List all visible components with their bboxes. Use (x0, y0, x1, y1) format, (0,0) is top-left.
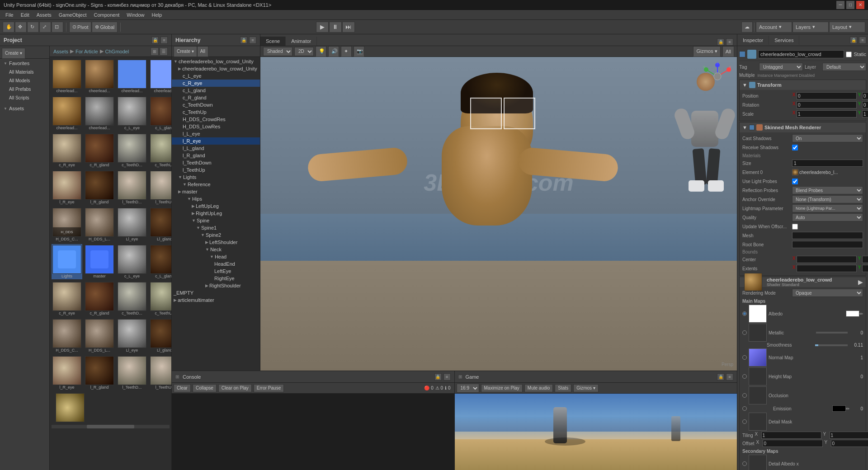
albedo-radio[interactable] (742, 311, 747, 316)
quality-dropdown[interactable]: Auto (792, 213, 863, 221)
skinned-mesh-header[interactable]: ▼ Skinned Mesh Renderer (740, 122, 866, 132)
play-button[interactable]: ▶ (316, 22, 329, 33)
menu-gameobject[interactable]: GameObject (55, 11, 90, 19)
aspect-ratio-dropdown[interactable]: 16:9 (457, 384, 479, 393)
global-button[interactable]: ⊕ Global (92, 22, 118, 33)
scrollbar-thumb[interactable] (87, 425, 134, 428)
move-tool[interactable]: ✥ (15, 22, 27, 33)
asset-item[interactable]: cheerlead... (149, 59, 171, 94)
inspector-lock-button[interactable]: 🔒 (850, 37, 857, 44)
hier-item-neck[interactable]: ▼ Neck (172, 246, 260, 253)
receive-shadows-checkbox[interactable] (792, 145, 798, 150)
hier-item-spine1[interactable]: ▼ Spine1 (172, 224, 260, 231)
shaded-dropdown[interactable]: Shaded (263, 47, 292, 56)
minimize-button[interactable]: ─ (836, 1, 844, 9)
asset-lights[interactable]: Lights (52, 244, 82, 279)
hier-item-c-teethup[interactable]: c_TeethUp (172, 108, 260, 116)
hier-item-c-teethdown[interactable]: c_TeethDown (172, 101, 260, 108)
menu-edit[interactable]: Edit (17, 11, 33, 19)
clear-button[interactable]: Clear (174, 384, 191, 392)
use-light-probes-checkbox[interactable] (792, 179, 798, 184)
extents-y[interactable] (862, 265, 868, 272)
hier-item-rightupleg[interactable]: ▶ RightUpLeg (172, 210, 260, 217)
pause-button[interactable]: ⏸ (329, 22, 342, 33)
reflection-probes-dropdown[interactable]: Blend Probes (792, 186, 863, 194)
mute-audio-button[interactable]: Mute audio (524, 384, 553, 392)
game-menu-button[interactable]: ≡ (726, 373, 733, 381)
asset-item[interactable]: c_L_gland (149, 96, 171, 131)
asset-item[interactable]: c_R_eye (52, 133, 82, 168)
offset-y[interactable] (831, 440, 868, 447)
breadcrumb-article[interactable]: For Article (75, 49, 98, 54)
hier-item-l-r-eye[interactable]: l_R_eye (172, 137, 260, 145)
metallic-thumb[interactable] (749, 324, 767, 342)
nav-assets[interactable]: ▼ Assets (0, 104, 49, 113)
asset-item[interactable]: c_L_gland (149, 244, 171, 279)
hier-item-spine[interactable]: ▼ Spine (172, 217, 260, 224)
mesh-input[interactable] (792, 232, 863, 239)
albedo-color[interactable] (846, 310, 859, 317)
scale-tool[interactable]: ⤢ (39, 22, 51, 33)
material-header[interactable]: cheerleaderebo_low_crowd Shader Standard… (740, 277, 866, 287)
occlusion-radio[interactable] (742, 393, 747, 398)
asset-item[interactable]: c_TeethUp (149, 133, 171, 168)
emission-picker[interactable]: ✏ (846, 406, 849, 411)
pos-x[interactable] (797, 92, 857, 99)
scene-menu-button[interactable]: ≡ (726, 38, 733, 46)
tag-dropdown[interactable]: Untagged (759, 63, 803, 71)
asset-item[interactable]: cheerlead... (52, 96, 82, 131)
scene-camera-button[interactable]: 📷 (354, 46, 364, 57)
hier-item-leftupleg[interactable]: ▶ LeftUpLeg (172, 202, 260, 210)
asset-item[interactable]: c_TeethD... (117, 281, 147, 316)
object-name-field[interactable] (758, 50, 844, 58)
asset-item[interactable]: l_TeethD... (117, 355, 147, 390)
nav-all-prefabs[interactable]: All Prefabs (0, 85, 49, 94)
asset-item[interactable]: l_TeethUp (149, 170, 171, 205)
hier-item-headend[interactable]: HeadEnd (172, 260, 260, 268)
scene-lock-button[interactable]: 🔒 (717, 38, 724, 46)
metallic-radio[interactable] (742, 330, 747, 335)
cloud-button[interactable]: ☁ (741, 22, 753, 33)
collapse-button[interactable]: Collapse (193, 384, 217, 392)
update-offscreen-checkbox[interactable] (792, 224, 798, 230)
layout-dropdown[interactable]: Layout ▾ (829, 22, 865, 33)
gizmos-button[interactable]: Gizmos ▾ (693, 46, 720, 57)
asset-item[interactable]: cheerlead... (117, 59, 147, 94)
emission-radio[interactable] (742, 406, 747, 411)
clear-on-play-button[interactable]: Clear on Play (218, 384, 252, 392)
scene-2d-dropdown[interactable]: 2D (294, 47, 314, 56)
material-expand-button[interactable]: ▶ (858, 278, 863, 286)
menu-component[interactable]: Component (90, 11, 123, 19)
rot-y[interactable] (862, 101, 868, 108)
hier-item-h-dds-crowd[interactable]: H_DDS_CrowdRes (172, 116, 260, 123)
asset-item[interactable]: Ll_eye (117, 318, 147, 353)
asset-item[interactable]: H_DDS H_DDS_C... (52, 207, 82, 242)
hier-item-hips[interactable]: ▼ Hips (172, 195, 260, 202)
asset-item[interactable]: c_L_eye (117, 96, 147, 131)
height-map-radio[interactable] (742, 374, 747, 379)
offset-x[interactable] (763, 440, 823, 447)
inspector-menu-button[interactable]: ≡ (859, 37, 866, 44)
hier-item-l-teethup[interactable]: l_TeethUp (172, 166, 260, 174)
hier-item-reference[interactable]: ▼ Reference (172, 181, 260, 188)
anchor-override-dropdown[interactable]: None (Transform) (792, 195, 863, 203)
menu-window[interactable]: Window (123, 11, 148, 19)
asset-item[interactable]: Ll_gland (149, 207, 171, 242)
hierarchy-all-button[interactable]: All (197, 46, 208, 57)
tab-animator[interactable]: Animator (286, 37, 317, 46)
hier-item-rightshoulder[interactable]: ▶ RightShoulder (172, 282, 260, 289)
hierarchy-menu-button[interactable]: ≡ (249, 37, 256, 44)
asset-item[interactable]: l_TeethUp (149, 355, 171, 390)
hier-item-leftshoulder[interactable]: ▶ LeftShoulder (172, 239, 260, 246)
breadcrumb-assets[interactable]: Assets (53, 49, 68, 54)
create-button[interactable]: Create ▾ (2, 48, 25, 59)
hier-item-lights[interactable]: ▼ Lights (172, 174, 260, 181)
asset-item[interactable]: c_TeethD... (117, 133, 147, 168)
close-button[interactable]: ✕ (856, 1, 864, 9)
rect-tool[interactable]: ⊡ (52, 22, 63, 33)
pivot-button[interactable]: ⊙ Pivot (69, 22, 91, 33)
hier-item-c-l-gland[interactable]: c_L_gland (172, 87, 260, 94)
asset-item[interactable]: H_DDS_L... (84, 318, 115, 353)
lightmap-dropdown[interactable]: None (Lightmap Par... (792, 204, 863, 212)
asset-item[interactable]: l_R_eye (52, 170, 82, 205)
